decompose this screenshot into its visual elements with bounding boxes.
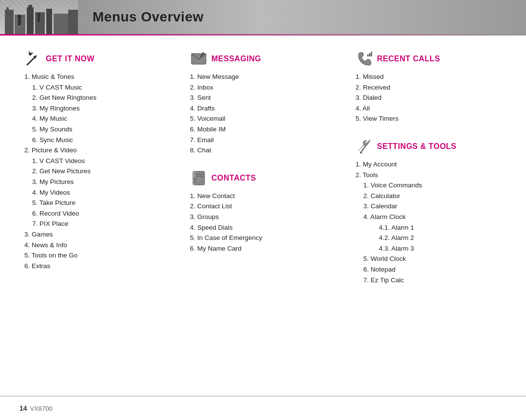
list-item: 4.3. Alarm 3	[379, 243, 502, 254]
messaging-icon	[190, 50, 207, 68]
section-header-contacts: A Z CONTACTS	[190, 169, 336, 187]
sub-list: 1. V CAST Music 2. Get New Ringtones 3. …	[24, 82, 170, 146]
section-recent-calls: RECENT CALLS 1. Missed 2. Received 3. Di…	[356, 50, 502, 124]
settings-tools-list: 1. My Account 2. Tools 1. Voice Commands…	[356, 159, 502, 285]
list-item: 3. Groups	[190, 212, 336, 222]
list-item: 2. Calculator	[363, 191, 502, 201]
section-recent-settings: RECENT CALLS 1. Missed 2. Received 3. Di…	[351, 45, 507, 386]
recent-calls-title: RECENT CALLS	[377, 55, 440, 63]
section-header-settings-tools: SETTINGS & TOOLS	[356, 138, 502, 155]
svg-rect-9	[54, 14, 68, 34]
list-item: 1. New Message	[190, 72, 336, 82]
list-item: 4.1. Alarm 1	[379, 222, 502, 233]
contacts-list: 1. New Contact 2. Contact List 3. Groups…	[190, 191, 336, 254]
list-item: 3. Games	[24, 229, 170, 240]
list-item: 4. My Videos	[32, 187, 170, 198]
list-item: 2. Picture & Video 1. V CAST Videos 2. G…	[24, 145, 170, 229]
svg-point-13	[38, 13, 40, 17]
page-title: Menus Overview	[78, 9, 204, 25]
list-item: 4. News & Info	[24, 240, 170, 251]
list-item: 2. Contact List	[190, 201, 336, 212]
svg-text:Z: Z	[194, 181, 196, 183]
list-item: 1. Music & Tones 1. V CAST Music 2. Get …	[24, 72, 170, 145]
list-item: 3. My Ringtones	[32, 103, 170, 114]
svg-rect-29	[369, 53, 371, 56]
list-item: 7. Email	[190, 135, 336, 146]
svg-point-18	[32, 53, 33, 54]
list-item: 2. Tools 1. Voice Commands 2. Calculator…	[356, 170, 502, 286]
footer-page-number: 14	[19, 404, 27, 412]
list-item: 4.2. Alarm 2	[379, 233, 502, 243]
messaging-title: MESSAGING	[211, 55, 261, 63]
header-image	[0, 0, 78, 34]
svg-rect-14	[38, 17, 40, 22]
list-item: 4. All	[356, 103, 502, 114]
svg-point-19	[29, 52, 30, 53]
list-item: 7. PIX Place	[32, 219, 170, 229]
list-item: 5. In Case of Emergency	[190, 233, 336, 243]
list-item: 4. Alarm Clock 4.1. Alarm 1 4.2. Alarm 2…	[363, 212, 502, 254]
list-item: 2. Get New Pictures	[32, 166, 170, 177]
svg-rect-5	[27, 7, 34, 34]
svg-rect-3	[6, 7, 9, 11]
sub-sub-list: 4.1. Alarm 1 4.2. Alarm 2 4.3. Alarm 3	[363, 222, 502, 254]
svg-rect-4	[15, 15, 25, 34]
list-item: 5. Tools on the Go	[24, 250, 170, 261]
svg-rect-7	[35, 12, 45, 34]
list-item: 3. Calendar	[363, 201, 502, 212]
main-content: GET IT NOW 1. Music & Tones 1. V CAST Mu…	[0, 36, 526, 396]
list-item: 6. Record Video	[32, 208, 170, 219]
section-contacts: A Z CONTACTS 1. New Contact 2. Contact L…	[190, 169, 336, 254]
list-item: 2. Received	[356, 82, 502, 93]
svg-rect-10	[68, 10, 78, 34]
svg-rect-1	[0, 0, 78, 34]
settings-tools-icon	[356, 138, 373, 155]
list-item: 6. My Name Card	[190, 243, 336, 254]
svg-rect-2	[5, 10, 14, 34]
list-item: 5. View Timers	[356, 113, 502, 124]
list-item: 3. Sent	[190, 92, 336, 103]
section-settings-tools: SETTINGS & TOOLS 1. My Account 2. Tools …	[356, 138, 502, 285]
list-item: 6. Mobile IM	[190, 124, 336, 135]
list-item: 4. Drafts	[190, 103, 336, 114]
svg-point-11	[18, 15, 21, 19]
messaging-list: 1. New Message 2. Inbox 3. Sent 4. Draft…	[190, 72, 336, 156]
section-header-messaging: MESSAGING	[190, 50, 336, 68]
list-item: 1. My Account	[356, 159, 502, 170]
list-item: 1. New Contact	[190, 191, 336, 201]
header: Menus Overview	[0, 0, 526, 34]
list-item: 5. Voicemail	[190, 113, 336, 124]
list-item: 4. My Music	[32, 113, 170, 124]
svg-rect-6	[28, 5, 32, 9]
sub-list: 1. Voice Commands 2. Calculator 3. Calen…	[356, 180, 502, 285]
list-item: 5. Take Picture	[32, 198, 170, 208]
recent-calls-list: 1. Missed 2. Received 3. Dialed 4. All 5…	[356, 72, 502, 124]
list-item: 4. Speed Dials	[190, 222, 336, 233]
list-item: 6. Sync Music	[32, 135, 170, 146]
get-it-now-list: 1. Music & Tones 1. V CAST Music 2. Get …	[24, 72, 170, 271]
settings-tools-title: SETTINGS & TOOLS	[377, 142, 456, 151]
get-it-now-icon	[24, 50, 42, 68]
contacts-title: CONTACTS	[211, 174, 256, 183]
list-item: 7. Ez Tip Calc	[363, 275, 502, 286]
list-item: 6. Extras	[24, 261, 170, 272]
svg-rect-0	[0, 0, 78, 34]
list-item: 1. V CAST Videos	[32, 156, 170, 166]
list-item: 5. World Clock	[363, 254, 502, 264]
footer: 14 VX8700	[0, 396, 526, 420]
list-item: 1. V CAST Music	[32, 82, 170, 93]
svg-line-31	[361, 141, 370, 152]
section-header-get-it-now: GET IT NOW	[24, 50, 170, 68]
svg-rect-8	[46, 9, 52, 34]
sub-list: 1. V CAST Videos 2. Get New Pictures 3. …	[24, 156, 170, 229]
contacts-icon: A Z	[190, 169, 207, 187]
list-item: 2. Inbox	[190, 82, 336, 93]
svg-rect-28	[367, 55, 369, 56]
svg-rect-12	[18, 19, 21, 25]
list-item: 8. Chat	[190, 145, 336, 156]
section-messaging-contacts: MESSAGING 1. New Message 2. Inbox 3. Sen…	[185, 45, 341, 386]
svg-point-15	[29, 53, 32, 55]
list-item: 1. Missed	[356, 72, 502, 82]
list-item: 5. My Sounds	[32, 124, 170, 135]
get-it-now-title: GET IT NOW	[46, 55, 94, 63]
